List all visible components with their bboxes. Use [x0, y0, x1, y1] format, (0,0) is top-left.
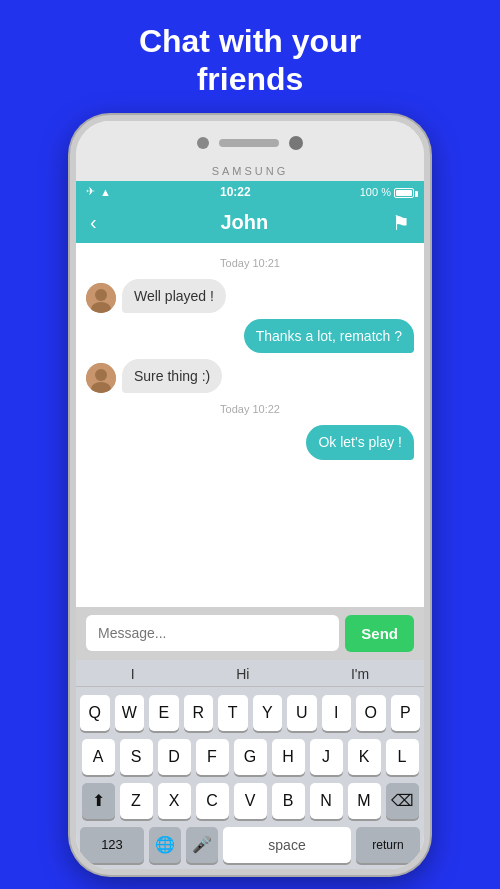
key-m[interactable]: M	[348, 783, 381, 819]
avatar	[86, 283, 116, 313]
bubble-received: Well played !	[122, 279, 226, 313]
svg-point-1	[95, 289, 107, 301]
key-u[interactable]: U	[287, 695, 317, 731]
chat-date-2: Today 10:22	[86, 403, 414, 415]
speaker-icon	[219, 139, 279, 147]
bubble-received: Sure thing :)	[122, 359, 222, 393]
suggestion-item[interactable]: Hi	[236, 666, 249, 682]
key-e[interactable]: E	[149, 695, 179, 731]
page-title: Chat with your friends	[109, 0, 391, 115]
key-globe[interactable]: 🌐	[149, 827, 181, 863]
key-p[interactable]: P	[391, 695, 421, 731]
phone-bezel-top	[76, 121, 424, 165]
key-i[interactable]: I	[322, 695, 352, 731]
avatar	[86, 363, 116, 393]
key-shift[interactable]: ⬆	[82, 783, 115, 819]
message-row: Thanks a lot, rematch ?	[86, 319, 414, 353]
key-return[interactable]: return	[356, 827, 420, 863]
key-b[interactable]: B	[272, 783, 305, 819]
key-space[interactable]: space	[223, 827, 351, 863]
key-j[interactable]: J	[310, 739, 343, 775]
message-row: Ok let's play !	[86, 425, 414, 459]
phone-mockup: SAMSUNG ✈ ▲ 10:22 100 % ‹ John ⚑ Today 1…	[70, 115, 430, 875]
keyboard-rows: Q W E R T Y U I O P A S D F G H J K	[76, 687, 424, 869]
key-z[interactable]: Z	[120, 783, 153, 819]
bubble-sent: Thanks a lot, rematch ?	[244, 319, 414, 353]
wifi-icon: ▲	[100, 186, 111, 198]
chat-contact-name: John	[220, 211, 268, 234]
key-c[interactable]: C	[196, 783, 229, 819]
back-button[interactable]: ‹	[90, 211, 97, 234]
battery-icon	[394, 188, 414, 198]
chat-area: Today 10:21 Well played ! Thanks a lot, …	[76, 243, 424, 607]
key-o[interactable]: O	[356, 695, 386, 731]
key-h[interactable]: H	[272, 739, 305, 775]
key-x[interactable]: X	[158, 783, 191, 819]
message-input[interactable]	[86, 615, 339, 651]
key-row-3: ⬆ Z X C V B N M ⌫	[80, 783, 420, 819]
key-row-1: Q W E R T Y U I O P	[80, 695, 420, 731]
chat-header: ‹ John ⚑	[76, 203, 424, 243]
airplane-icon: ✈	[86, 185, 95, 198]
key-l[interactable]: L	[386, 739, 419, 775]
message-row: Sure thing :)	[86, 359, 414, 393]
key-w[interactable]: W	[115, 695, 145, 731]
key-f[interactable]: F	[196, 739, 229, 775]
key-a[interactable]: A	[82, 739, 115, 775]
key-t[interactable]: T	[218, 695, 248, 731]
send-button[interactable]: Send	[345, 615, 414, 652]
keyboard-suggestions: I Hi I'm	[76, 660, 424, 687]
message-row: Well played !	[86, 279, 414, 313]
brand-label: SAMSUNG	[76, 165, 424, 181]
key-k[interactable]: K	[348, 739, 381, 775]
status-bar: ✈ ▲ 10:22 100 %	[76, 181, 424, 203]
key-q[interactable]: Q	[80, 695, 110, 731]
key-n[interactable]: N	[310, 783, 343, 819]
key-r[interactable]: R	[184, 695, 214, 731]
key-d[interactable]: D	[158, 739, 191, 775]
key-row-4: 123 🌐 🎤 space return	[80, 827, 420, 863]
key-backspace[interactable]: ⌫	[386, 783, 419, 819]
battery-percent: 100 %	[360, 186, 391, 198]
title-line2: friends	[197, 61, 304, 97]
message-input-area: Send	[76, 607, 424, 660]
status-left: ✈ ▲	[86, 185, 111, 198]
key-g[interactable]: G	[234, 739, 267, 775]
suggestion-item[interactable]: I	[131, 666, 135, 682]
key-123[interactable]: 123	[80, 827, 144, 863]
camera-right-icon	[289, 136, 303, 150]
camera-left-icon	[197, 137, 209, 149]
key-mic[interactable]: 🎤	[186, 827, 218, 863]
bubble-sent: Ok let's play !	[306, 425, 414, 459]
svg-point-4	[95, 369, 107, 381]
flag-button[interactable]: ⚑	[392, 211, 410, 235]
key-s[interactable]: S	[120, 739, 153, 775]
key-v[interactable]: V	[234, 783, 267, 819]
keyboard: I Hi I'm Q W E R T Y U I O P A S D	[76, 660, 424, 869]
key-row-2: A S D F G H J K L	[80, 739, 420, 775]
chat-date-1: Today 10:21	[86, 257, 414, 269]
status-time: 10:22	[111, 185, 360, 199]
status-right: 100 %	[360, 186, 414, 198]
key-y[interactable]: Y	[253, 695, 283, 731]
suggestion-item[interactable]: I'm	[351, 666, 369, 682]
title-line1: Chat with your	[139, 23, 361, 59]
